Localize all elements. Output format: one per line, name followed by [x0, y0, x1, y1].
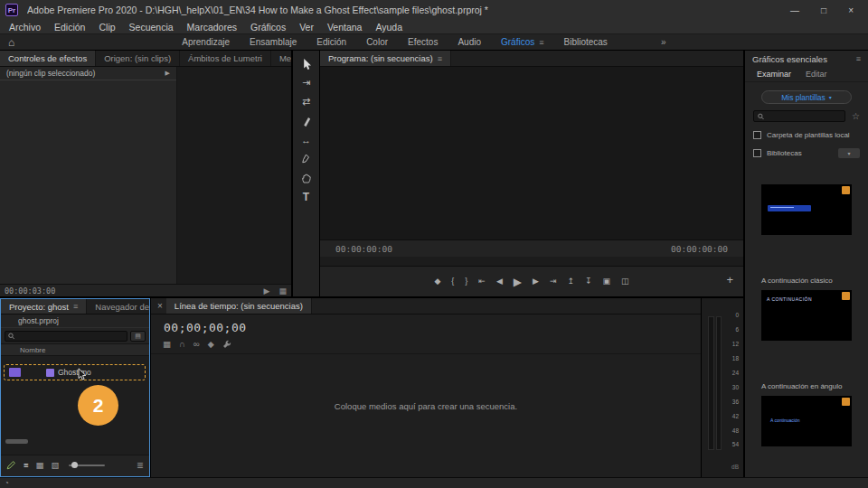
tab-editar[interactable]: Editar [806, 70, 827, 79]
list-view-button[interactable]: ≡ [24, 461, 29, 470]
play-audio-icon[interactable]: ▶ [264, 286, 270, 296]
program-transport-controls: ◆ { } ⇤ ◀ ▶ ▶ ⇥ ↥ ↧ ▣ ◫ [320, 267, 743, 296]
project-search-input[interactable] [17, 332, 124, 340]
track-select-forward-tool[interactable]: ⇥ [297, 74, 316, 91]
play-button[interactable]: ▶ [514, 277, 522, 287]
razor-tool[interactable] [297, 112, 316, 129]
search-options-button[interactable]: ▤ [130, 331, 146, 342]
tab-navegador-de-medios[interactable]: Navegador de m [87, 299, 149, 314]
go-to-out-button[interactable]: ⇥ [550, 277, 557, 286]
zoom-slider-knob[interactable] [71, 462, 78, 468]
thumbnail-zoom-slider[interactable] [69, 465, 105, 466]
hand-tool[interactable] [297, 169, 316, 186]
workspace-tab-edicion[interactable]: Edición [316, 37, 346, 47]
horizontal-scrollbar-thumb[interactable] [5, 439, 28, 444]
close-panel-icon[interactable]: × [151, 301, 166, 311]
project-file-row[interactable]: ghost.prproj [1, 314, 149, 328]
timeline-display-settings-icon[interactable]: ▦ [163, 339, 171, 349]
panel-menu-icon[interactable]: ≡ [73, 302, 78, 311]
menu-secuencia[interactable]: Secuencia [129, 22, 174, 33]
close-button[interactable]: × [848, 5, 854, 15]
filmstrip-icon[interactable]: ▦ [278, 286, 287, 296]
tab-origen[interactable]: Origen: (sin clips) [96, 51, 180, 66]
mark-out-button[interactable]: } [465, 277, 467, 286]
slip-tool[interactable]: ↔ [297, 131, 316, 148]
export-frame-button[interactable]: ▣ [603, 277, 611, 286]
maximize-button[interactable]: □ [821, 5, 826, 15]
automate-to-sequence-button[interactable]: ≣ [137, 461, 144, 470]
writable-pencil-icon[interactable] [6, 460, 16, 470]
local-templates-checkbox[interactable] [753, 131, 761, 139]
tab-mezclador[interactable]: Mezcl [271, 51, 291, 66]
button-editor-add-button[interactable]: + [726, 273, 733, 286]
workspace-tab-efectos[interactable]: Efectos [408, 37, 438, 47]
my-templates-dropdown[interactable]: Mis plantillas ▾ [761, 90, 852, 104]
tab-proyecto[interactable]: Proyecto: ghost ≡ [1, 299, 87, 314]
lift-button[interactable]: ↥ [568, 277, 575, 286]
selection-tool[interactable] [297, 55, 316, 72]
timeline-settings-wrench-icon[interactable] [222, 340, 231, 349]
expand-arrow-icon[interactable]: ▶ [165, 70, 170, 77]
timeline-separator [151, 353, 701, 354]
effect-controls-timecode: 00:00:03:00 [5, 286, 55, 296]
comparison-view-button[interactable]: ◫ [621, 277, 629, 286]
home-icon[interactable]: ⌂ [8, 37, 14, 48]
menu-ver[interactable]: Ver [299, 22, 314, 33]
workspace-menu-icon[interactable]: ≡ [539, 38, 543, 47]
menu-graficos[interactable]: Gráficos [250, 22, 286, 33]
menu-archivo[interactable]: Archivo [9, 22, 41, 33]
add-marker-button[interactable]: ◆ [434, 277, 440, 286]
panel-menu-icon[interactable]: ≡ [438, 54, 442, 63]
template-thumbnail-1[interactable] [761, 184, 852, 235]
icon-view-button[interactable]: ▦ [36, 461, 44, 470]
ripple-edit-tool[interactable]: ⇄ [297, 93, 316, 110]
freeform-view-button[interactable]: ▧ [52, 461, 60, 470]
column-nombre-label: Nombre [20, 346, 45, 354]
menu-marcadores[interactable]: Marcadores [187, 22, 237, 33]
workspace-overflow-icon[interactable]: » [661, 37, 666, 47]
template-search-input[interactable] [767, 112, 841, 120]
sync-status-icon[interactable]: ◔ [5, 479, 9, 487]
menu-clip[interactable]: Clip [99, 22, 115, 33]
workspace-tab-audio[interactable]: Audio [458, 37, 481, 47]
linked-selection-icon[interactable]: ∞ [193, 339, 200, 349]
add-marker-icon[interactable]: ◆ [208, 339, 214, 349]
clip-row-ghost[interactable]: Ghost.mo [4, 364, 146, 380]
program-monitor-panel: Programa: (sin secuencias) ≡ 00:00:00:00… [320, 51, 743, 296]
snap-magnet-icon[interactable]: ∩ [179, 339, 185, 349]
workspace-tab-bibliotecas[interactable]: Bibliotecas [563, 37, 607, 47]
tab-examinar[interactable]: Examinar [757, 70, 791, 79]
workspace-tab-ensamblaje[interactable]: Ensamblaje [250, 37, 297, 47]
step-back-button[interactable]: ◀ [496, 277, 503, 286]
workspace-tab-color[interactable]: Color [366, 37, 388, 47]
tab-ambitos-lumetri[interactable]: Ámbitos de Lumetri [180, 51, 271, 66]
minimize-button[interactable]: — [790, 5, 799, 15]
workspace-tab-aprendizaje[interactable]: Aprendizaje [182, 37, 230, 47]
pen-tool[interactable] [297, 150, 316, 167]
project-column-header[interactable]: Nombre [1, 344, 149, 356]
template-thumbnail-3[interactable]: A continuación [761, 396, 852, 446]
menu-ayuda[interactable]: Ayuda [375, 22, 402, 33]
tab-linea-de-tiempo[interactable]: Línea de tiempo: (sin secuencias) [166, 298, 312, 314]
tab-programa[interactable]: Programa: (sin secuencias) ≡ [320, 51, 451, 66]
essential-graphics-title: Gráficos esenciales [752, 54, 827, 64]
template-search-box[interactable] [753, 110, 845, 122]
panel-menu-icon[interactable]: ≡ [856, 54, 861, 63]
mark-in-button[interactable]: { [451, 277, 454, 286]
tab-controles-de-efectos[interactable]: Controles de efectos [0, 51, 96, 66]
program-scrub-bar[interactable] [320, 257, 743, 267]
libraries-dropdown[interactable]: ▾ [838, 148, 860, 158]
project-search-box[interactable] [5, 331, 127, 342]
menu-ventana[interactable]: Ventana [327, 22, 363, 33]
favorites-star-icon[interactable]: ☆ [852, 112, 860, 121]
step-forward-button[interactable]: ▶ [533, 277, 539, 286]
audio-meter-scale: 0 6 12 18 24 30 36 42 48 54 [732, 313, 739, 448]
extract-button[interactable]: ↧ [585, 277, 592, 286]
menu-edicion[interactable]: Edición [54, 22, 85, 33]
libraries-checkbox[interactable] [753, 149, 761, 157]
project-toolbar: ≡ ▦ ▧ ≣ [1, 455, 149, 474]
type-tool[interactable]: T [297, 188, 316, 205]
template-thumbnail-2[interactable]: A CONTINUACIÓN [761, 290, 852, 341]
go-to-in-button[interactable]: ⇤ [478, 277, 486, 286]
workspace-tab-graficos[interactable]: Gráficos ≡ [501, 37, 544, 47]
